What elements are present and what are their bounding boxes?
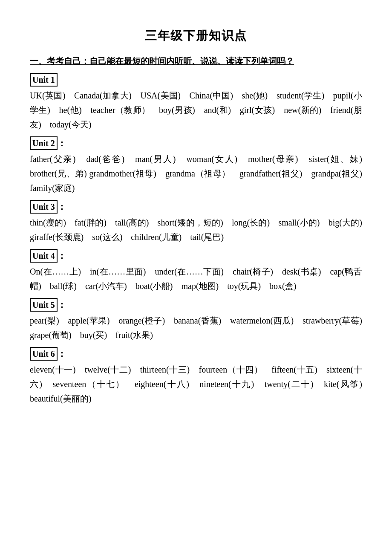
intro-heading: 一、考考自己：自己能在最短的时间内听听、说说、读读下列单词吗？ <box>30 54 362 68</box>
unit-header-unit5: Unit 5： <box>30 298 362 312</box>
unit-section-unit2: Unit 2：father(父亲) dad(爸爸) man(男人) woman(… <box>30 136 362 195</box>
unit-header-unit4: Unit 4： <box>30 249 362 263</box>
unit-section-unit6: Unit 6：eleven(十一) twelve(十二) thirteen(十三… <box>30 347 362 406</box>
unit-content-unit5: pear(梨) apple(苹果) orange(橙子) banana(香蕉) … <box>30 313 362 342</box>
page-title: 三年级下册知识点 <box>30 26 362 46</box>
unit-colon-unit5: ： <box>58 300 66 309</box>
unit-label-unit5: Unit 5 <box>30 298 58 312</box>
unit-content-unit4: On(在……上) in(在……里面) under(在……下面) chair(椅子… <box>30 264 362 293</box>
unit-colon-unit6: ： <box>58 349 66 358</box>
unit-section-unit4: Unit 4：On(在……上) in(在……里面) under(在……下面) c… <box>30 249 362 293</box>
unit-colon-unit3: ： <box>58 202 66 211</box>
unit-label-unit6: Unit 6 <box>30 347 58 361</box>
unit-colon-unit4: ： <box>58 251 66 260</box>
unit-label-unit2: Unit 2 <box>30 136 58 150</box>
unit-header-unit1: Unit 1 <box>30 72 362 87</box>
unit-content-unit3: thin(瘦的) fat(胖的) tall(高的) short(矮的，短的) l… <box>30 215 362 244</box>
unit-label-unit1: Unit 1 <box>30 73 58 87</box>
unit-label-unit4: Unit 4 <box>30 249 58 263</box>
unit-content-unit6: eleven(十一) twelve(十二) thirteen(十三) fourt… <box>30 362 362 406</box>
unit-label-unit3: Unit 3 <box>30 200 58 214</box>
unit-content-unit2: father(父亲) dad(爸爸) man(男人) woman(女人) mot… <box>30 152 362 195</box>
unit-section-unit3: Unit 3：thin(瘦的) fat(胖的) tall(高的) short(矮… <box>30 199 362 244</box>
unit-content-unit1: UK(英国) Canada(加拿大) USA(美国) China(中国) she… <box>30 88 362 132</box>
intro-section: 一、考考自己：自己能在最短的时间内听听、说说、读读下列单词吗？ <box>30 54 362 68</box>
unit-section-unit1: Unit 1UK(英国) Canada(加拿大) USA(美国) China(中… <box>30 72 362 132</box>
unit-header-unit2: Unit 2： <box>30 136 362 151</box>
unit-header-unit3: Unit 3： <box>30 199 362 214</box>
units-container: Unit 1UK(英国) Canada(加拿大) USA(美国) China(中… <box>30 72 362 406</box>
unit-colon-unit2: ： <box>58 139 66 148</box>
unit-section-unit5: Unit 5：pear(梨) apple(苹果) orange(橙子) bana… <box>30 298 362 342</box>
unit-header-unit6: Unit 6： <box>30 347 362 361</box>
